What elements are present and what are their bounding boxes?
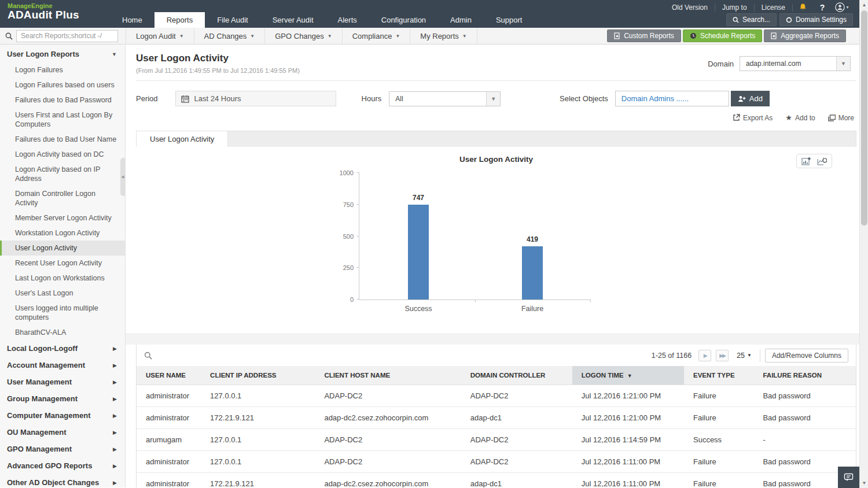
last-page-button[interactable]: ▶▶: [716, 350, 729, 361]
user-account-icon[interactable]: ▾: [832, 2, 852, 12]
more-link[interactable]: More: [828, 113, 854, 122]
sidebar-section-computer-management[interactable]: Computer Management▶: [0, 407, 125, 424]
sidebar-item-dc-logon-activity[interactable]: Domain Controller Logon Activity: [0, 186, 125, 210]
hours-select[interactable]: All ▼: [389, 91, 501, 106]
menu-gpo-changes[interactable]: GPO Changes▼: [265, 28, 342, 44]
success-bar[interactable]: [408, 205, 429, 300]
scrollbar-thumb[interactable]: [861, 10, 867, 225]
speech-bubble-icon: [844, 473, 854, 482]
export-as-link[interactable]: Export As: [733, 113, 773, 122]
cell-failure-reason: Bad password: [753, 407, 856, 429]
sidebar-item-logon-failures-users[interactable]: Logon Failures based on users: [0, 77, 125, 93]
failure-bar[interactable]: [522, 246, 543, 300]
notification-bell-icon[interactable]: [793, 3, 812, 12]
sidebar-section-other-ad-object-changes[interactable]: Other AD Object Changes▶: [0, 474, 125, 487]
sidebar-item-failures-bad-password[interactable]: Failures due to Bad Password: [0, 93, 125, 108]
sidebar-section-local-logon-logoff[interactable]: Local Logon-Logoff▶: [0, 340, 125, 357]
table-row[interactable]: administrator 127.0.0.1 ADAP-DC2 ADAP-DC…: [137, 451, 856, 473]
menu-compliance[interactable]: Compliance▼: [343, 28, 411, 44]
sidebar-section-gpo-management[interactable]: GPO Management▶: [0, 441, 125, 457]
sidebar-section-advanced-gpo-reports[interactable]: Advanced GPO Reports▶: [0, 457, 125, 474]
nav-configuration[interactable]: Configuration: [369, 12, 438, 28]
cell-client-host: adap-dc2.csez.zohocorpin.com: [315, 473, 461, 488]
aggregate-reports-button[interactable]: Aggregate Reports: [764, 29, 846, 42]
license-link[interactable]: License: [755, 3, 793, 12]
nav-reports[interactable]: Reports: [155, 12, 205, 28]
add-chart-icon[interactable]: [801, 157, 811, 165]
table-row[interactable]: arumugam 127.0.0.1 ADAP-DC2 ADAP-DC2 Jul…: [137, 429, 856, 451]
sidebar-item-users-last-logon[interactable]: User's Last Logon: [0, 286, 125, 301]
scroll-up-icon[interactable]: ▲: [860, 1, 868, 9]
nav-admin[interactable]: Admin: [438, 12, 484, 28]
col-header-client-host[interactable]: CLIENT HOST NAME: [315, 366, 461, 385]
col-header-client-ip[interactable]: CLIENT IP ADDRESS: [201, 366, 315, 385]
menu-my-reports[interactable]: My Reports▼: [410, 28, 477, 44]
menu-ad-changes[interactable]: AD Changes▼: [194, 28, 266, 44]
col-header-logon-time[interactable]: LOGON TIME▼: [572, 366, 684, 385]
app-logo[interactable]: ManageEngine ADAudit Plus: [8, 2, 79, 21]
sidebar-item-user-logon-activity[interactable]: User Logon Activity: [0, 241, 125, 256]
report-content: User Logon Activity (From Jul 11,2016 1:…: [126, 45, 868, 487]
jump-to-link[interactable]: Jump to: [715, 3, 755, 12]
chevron-down-icon: ▼: [179, 34, 184, 39]
sidebar-section-group-management[interactable]: Group Management▶: [0, 390, 125, 407]
tab-user-logon-activity[interactable]: User Logon Activity: [137, 131, 228, 147]
custom-reports-button[interactable]: Custom Reports: [607, 29, 681, 42]
chevron-right-icon: ▶: [113, 396, 117, 402]
sidebar-item-recent-user-logon[interactable]: Recent User Logon Activity: [0, 256, 125, 271]
schedule-reports-button[interactable]: Schedule Reports: [683, 29, 762, 42]
add-to-link[interactable]: ★ Add to: [785, 113, 815, 122]
chevron-right-icon: ▶: [113, 379, 117, 385]
sidebar-item-failures-bad-username[interactable]: Failures due to Bad User Name: [0, 132, 125, 147]
col-header-user-name[interactable]: USER NAME: [137, 366, 201, 385]
sidebar-item-bharathcv-ala[interactable]: BharathCV-ALA: [0, 325, 125, 340]
report-search-input[interactable]: [16, 30, 118, 42]
select-objects-input[interactable]: [615, 91, 729, 106]
sidebar-item-workstation-logon[interactable]: Workstation Logon Activity: [0, 225, 125, 241]
cell-domain-controller: ADAP-DC2: [461, 429, 572, 451]
sidebar-section-user-management[interactable]: User Management▶: [0, 374, 125, 390]
global-search-button[interactable]: Search...: [726, 13, 777, 26]
old-version-link[interactable]: Old Version: [665, 3, 715, 12]
help-icon[interactable]: ?: [812, 3, 832, 12]
sidebar-section-account-management[interactable]: Account Management▶: [0, 357, 125, 374]
logon-activity-table: USER NAME CLIENT IP ADDRESS CLIENT HOST …: [137, 366, 856, 487]
sidebar-section-ou-management[interactable]: OU Management▶: [0, 424, 125, 441]
sidebar-collapse-handle[interactable]: ◀: [120, 158, 125, 196]
domain-select[interactable]: adap.internal.com ▼: [740, 56, 851, 71]
sidebar-section-user-logon-reports[interactable]: User Logon Reports ▼: [0, 45, 125, 62]
nav-file-audit[interactable]: File Audit: [205, 12, 260, 28]
table-row[interactable]: administrator 172.21.9.121 adap-dc2.csez…: [137, 473, 856, 488]
next-page-button[interactable]: ▶: [698, 350, 711, 361]
table-row[interactable]: administrator 172.21.9.121 adap-dc2.csez…: [137, 407, 856, 429]
sidebar-item-logon-activity-ip[interactable]: Logon Activity based on IP Address: [0, 162, 125, 186]
cell-client-ip: 127.0.0.1: [201, 451, 315, 473]
add-objects-button[interactable]: Add: [731, 91, 770, 106]
sidebar-item-logon-activity-dc[interactable]: Logon Activity based on DC: [0, 147, 125, 162]
feedback-chat-button[interactable]: [838, 467, 859, 488]
col-header-failure-reason[interactable]: FAILURE REASON: [753, 366, 856, 385]
nav-alerts[interactable]: Alerts: [326, 12, 369, 28]
cell-domain-controller: ADAP-DC2: [461, 385, 572, 407]
table-search-icon[interactable]: [144, 352, 152, 360]
sidebar-item-first-last-logon[interactable]: Users First and Last Logon By Computers: [0, 108, 125, 132]
page-size-select[interactable]: 25 ▼: [737, 352, 752, 360]
sidebar-item-multiple-computers[interactable]: Users logged into multiple computers: [0, 301, 125, 325]
period-picker[interactable]: Last 24 Hours: [175, 91, 336, 106]
sidebar-item-last-logon-workstations[interactable]: Last Logon on Workstations: [0, 271, 125, 286]
refresh-chart-icon[interactable]: [817, 157, 827, 165]
add-remove-columns-button[interactable]: Add/Remove Columns: [765, 349, 848, 363]
nav-server-audit[interactable]: Server Audit: [260, 12, 326, 28]
col-header-domain-controller[interactable]: DOMAIN CONTROLLER: [461, 366, 572, 385]
menu-logon-audit[interactable]: Logon Audit▼: [126, 28, 194, 44]
col-header-event-type[interactable]: EVENT TYPE: [684, 366, 753, 385]
scroll-down-icon[interactable]: ▼: [860, 479, 868, 487]
sidebar-item-logon-failures[interactable]: Logon Failures: [0, 62, 125, 77]
gear-icon: [786, 17, 792, 23]
domain-settings-button[interactable]: Domain Settings: [779, 13, 853, 26]
page-scrollbar[interactable]: ▲ ▼: [859, 0, 868, 488]
nav-home[interactable]: Home: [110, 12, 155, 28]
nav-support[interactable]: Support: [484, 12, 535, 28]
table-row[interactable]: administrator 127.0.0.1 ADAP-DC2 ADAP-DC…: [137, 385, 856, 407]
sidebar-item-member-server-logon[interactable]: Member Server Logon Activity: [0, 210, 125, 225]
